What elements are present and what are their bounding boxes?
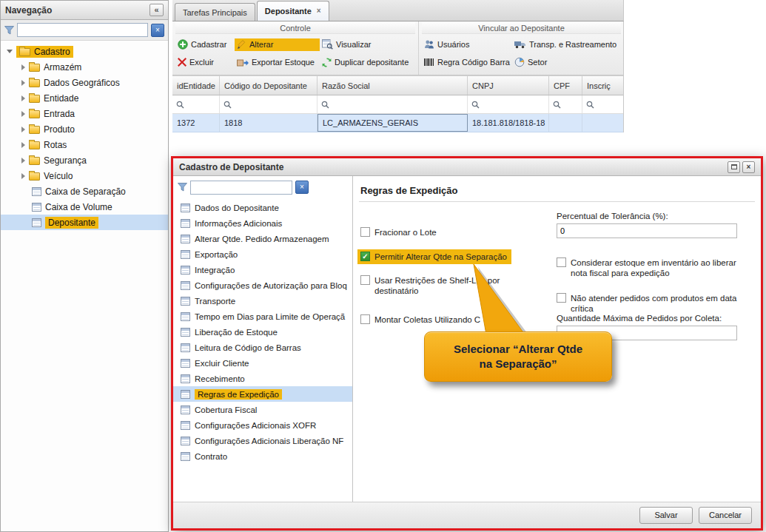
tolerancia-input[interactable]: [557, 223, 737, 238]
grid-icon: [32, 203, 41, 212]
tree-label: Entrada: [44, 109, 75, 119]
checkbox-considerar-inventario[interactable]: Considerar estoque em inventário ao libe…: [557, 257, 745, 278]
cell-inscricao: [582, 114, 621, 132]
button-label: Duplicar depositante: [335, 58, 409, 67]
clear-filter-button[interactable]: ×: [295, 181, 309, 194]
expand-arrow-icon[interactable]: [21, 80, 25, 86]
tree-item-cadastro[interactable]: Cadastro: [1, 44, 168, 59]
view-icon: [322, 39, 333, 50]
checkbox-montar-coletas[interactable]: Montar Coletas Utilizando C: [360, 314, 531, 325]
list-item-excluir-cliente[interactable]: Excluir Cliente: [173, 355, 352, 371]
checkbox-permitir-alterar-qtde[interactable]: ✓ Permitir Alterar Qtde na Separação: [357, 249, 511, 264]
modal-filter-input[interactable]: [190, 181, 292, 195]
excluir-button[interactable]: Excluir: [175, 56, 235, 68]
list-item-exportacao[interactable]: Exportação: [173, 246, 352, 262]
checkbox-shelf-life[interactable]: Usar Restrições de Shelf-Life por destin…: [360, 275, 508, 296]
cancelar-button[interactable]: Cancelar: [699, 507, 752, 524]
nav-filter-input[interactable]: [17, 23, 148, 37]
clear-filter-button[interactable]: ×: [151, 24, 164, 37]
list-item-tempo-dias-limite[interactable]: Tempo em Dias para Limite de Operaçã: [173, 309, 352, 324]
visualizar-button[interactable]: Visualizar: [320, 38, 416, 51]
list-item-alterar-qtde-pedido[interactable]: Alterar Qtde. Pedido Armazenagem: [173, 231, 352, 246]
list-item-regras-expedicao[interactable]: Regras de Expedição: [173, 386, 352, 402]
window-titlebar[interactable]: Cadastro de Depositante ×: [173, 158, 761, 176]
expand-arrow-icon[interactable]: [21, 111, 25, 117]
exportar-estoque-button[interactable]: Exportar Estoque: [235, 56, 320, 68]
checkbox-unchecked-icon[interactable]: [557, 257, 566, 267]
column-header-codigo[interactable]: Código do Depositante: [220, 76, 318, 95]
tree-item-entidade[interactable]: Entidade: [1, 90, 168, 106]
list-item-contrato[interactable]: Contrato: [173, 448, 352, 464]
tree-item-rotas[interactable]: Rotas: [1, 137, 168, 152]
tree-item-depositante[interactable]: Depositante: [1, 215, 168, 230]
checkbox-checked-icon[interactable]: ✓: [360, 252, 370, 261]
navigation-title: Navegação: [5, 5, 52, 16]
close-window-button[interactable]: ×: [742, 161, 755, 173]
tree-item-veiculo[interactable]: Veículo: [1, 168, 168, 183]
filter-cell[interactable]: [318, 95, 468, 113]
tree-item-produto[interactable]: Produto: [1, 121, 168, 137]
list-item-recebimento[interactable]: Recebimento: [173, 371, 352, 386]
list-item-config-liberacao-nf[interactable]: Configurações Adicionais Liberação NF: [173, 433, 352, 448]
list-item-liberacao-estoque[interactable]: Liberação de Estoque: [173, 324, 352, 340]
expand-arrow-icon[interactable]: [21, 127, 25, 132]
list-item-leitura-codigo-barras[interactable]: Leitura de Código de Barras: [173, 340, 352, 355]
column-header-identidade[interactable]: idEntidade: [172, 76, 220, 95]
checkbox-unchecked-icon[interactable]: [360, 314, 370, 324]
tab-depositante[interactable]: Depositante ×: [257, 1, 329, 21]
column-header-inscricao[interactable]: Inscriç: [582, 76, 621, 95]
expand-arrow-icon[interactable]: [21, 158, 25, 164]
column-header-razao-social[interactable]: Razão Social: [318, 76, 468, 95]
tree-item-armazem[interactable]: Armazém: [1, 59, 168, 75]
filter-cell[interactable]: [172, 95, 220, 113]
column-header-cpf[interactable]: CPF: [549, 76, 582, 95]
list-item-label: Configurações Adicionais XOFR: [195, 421, 316, 430]
tree-item-entrada[interactable]: Entrada: [1, 106, 168, 121]
tree-item-caixa-de-volume[interactable]: Caixa de Volume: [1, 199, 168, 215]
filter-cell[interactable]: [582, 95, 621, 113]
folder-icon: [29, 126, 40, 134]
close-tab-icon[interactable]: ×: [317, 7, 321, 15]
tree-label: Segurança: [44, 155, 87, 166]
table-row[interactable]: 1372 1818 LC_ARMAZENS_GERAIS 18.181.818/…: [172, 114, 623, 132]
expand-arrow-icon[interactable]: [21, 142, 25, 148]
expand-arrow-icon[interactable]: [21, 173, 25, 179]
checkbox-unchecked-icon[interactable]: [557, 293, 566, 303]
collapse-panel-button[interactable]: «: [149, 4, 164, 16]
list-item-informacoes-adicionais[interactable]: Informações Adicionais: [173, 215, 352, 231]
filter-cell[interactable]: [549, 95, 582, 113]
checkbox-unchecked-icon[interactable]: [360, 275, 370, 285]
cadastrar-button[interactable]: Cadastrar: [175, 38, 235, 51]
list-item-dados-depositante[interactable]: Dados do Depositante: [173, 200, 352, 215]
tree-item-seguranca[interactable]: Segurança: [1, 152, 168, 168]
tab-tarefas-principais[interactable]: Tarefas Principais: [175, 3, 255, 21]
regra-codigo-barra-button[interactable]: Regra Código Barra: [422, 56, 512, 68]
alterar-button[interactable]: Alterar: [235, 38, 320, 51]
list-item-cobertura-fiscal[interactable]: Cobertura Fiscal: [173, 402, 352, 417]
transp-rastreamento-button[interactable]: Transp. e Rastreamento: [512, 38, 625, 50]
expand-arrow-icon[interactable]: [21, 64, 25, 70]
tree-item-caixa-de-separacao[interactable]: Caixa de Separação: [1, 183, 168, 199]
maximize-button[interactable]: [728, 161, 740, 173]
list-item-transporte[interactable]: Transporte: [173, 293, 352, 309]
list-item-config-autorizacao[interactable]: Configurações de Autorização para Bloq: [173, 277, 352, 293]
toolbar-group-title: Controle: [175, 22, 415, 34]
modal-nav-items: Dados do Depositante Informações Adicion…: [173, 198, 352, 502]
checkbox-fracionar-lote[interactable]: Fracionar o Lote: [360, 227, 437, 238]
filter-cell[interactable]: [468, 95, 549, 113]
duplicar-depositante-button[interactable]: Duplicar depositante: [320, 56, 416, 69]
checkbox-nao-atender-pedidos[interactable]: Não atender pedidos com produtos em data…: [557, 293, 745, 314]
expand-arrow-icon[interactable]: [21, 95, 25, 101]
list-item-integracao[interactable]: Integração: [173, 262, 352, 277]
tree-item-dados-geograficos[interactable]: Dados Geográficos: [1, 75, 168, 90]
filter-cell[interactable]: [220, 95, 318, 113]
expanded-arrow-icon[interactable]: [7, 50, 13, 53]
list-item-config-xofr[interactable]: Configurações Adicionais XOFR: [173, 417, 352, 433]
setor-button[interactable]: Setor: [512, 55, 625, 69]
callout-line2: na Separação”: [479, 357, 557, 371]
checkbox-unchecked-icon[interactable]: [360, 227, 370, 237]
modal-filter-bar: ×: [173, 176, 352, 198]
salvar-button[interactable]: Salvar: [639, 507, 693, 524]
column-header-cnpj[interactable]: CNPJ: [468, 76, 549, 95]
usuarios-button[interactable]: Usuários: [422, 38, 512, 51]
